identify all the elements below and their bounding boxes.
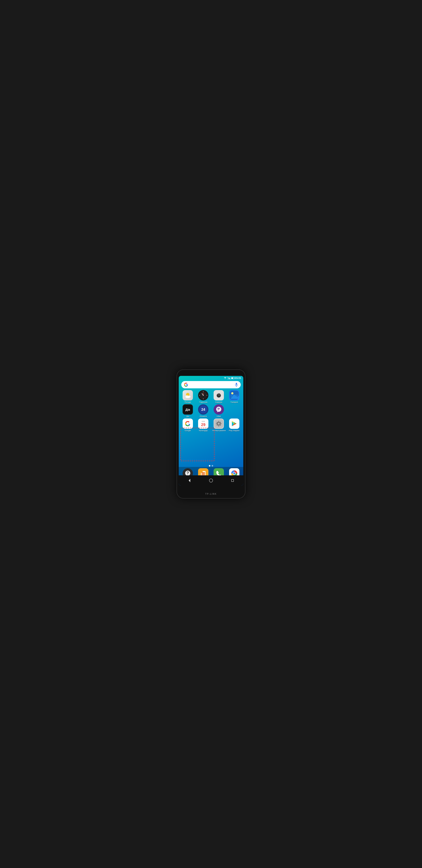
status-time: 15:01 <box>235 377 241 379</box>
app-gallery-label: Галерея <box>231 401 238 403</box>
app-calendar[interactable]: SUN 29 Календар <box>196 418 211 432</box>
svg-point-13 <box>203 392 204 392</box>
svg-text:?: ? <box>187 471 189 475</box>
app-calendar-label: Календар <box>199 430 208 432</box>
app-settings-label: Налаштування <box>212 430 225 432</box>
home-button[interactable] <box>208 477 214 484</box>
svg-point-70 <box>233 472 235 474</box>
app-weather-label: Погода <box>184 401 191 403</box>
app-settings[interactable]: Налаштування <box>211 418 226 432</box>
app-google[interactable]: Google <box>180 418 195 432</box>
phone-screen: 15:01 <box>179 376 243 486</box>
wifi-icon <box>224 377 227 379</box>
svg-point-10 <box>186 396 190 398</box>
svg-point-16 <box>207 395 207 396</box>
svg-text:SUN: SUN <box>202 421 205 422</box>
google-icon <box>183 418 193 429</box>
svg-rect-4 <box>236 383 237 385</box>
app-google-label: Google <box>184 430 191 432</box>
svg-rect-49 <box>216 423 217 424</box>
privat24-icon: 24 <box>198 404 208 414</box>
dot-2 <box>212 465 213 466</box>
gallery-icon <box>229 390 239 400</box>
svg-point-15 <box>200 395 200 396</box>
app-gallery[interactable]: Галерея <box>227 390 242 403</box>
app-row-3: Google SUN 29 Календар <box>180 418 242 432</box>
settings-icon <box>214 418 224 429</box>
app-privat24-label: Privat24 <box>200 415 207 417</box>
nav-bar <box>179 475 243 486</box>
svg-rect-47 <box>218 421 219 422</box>
page-dots <box>179 464 243 467</box>
play-icon <box>229 418 239 429</box>
svg-rect-50 <box>220 423 221 424</box>
recents-button[interactable] <box>229 477 236 484</box>
app-empty-row2 <box>227 404 242 417</box>
svg-text:24: 24 <box>201 408 205 411</box>
dot-1 <box>209 465 210 466</box>
app-diia[interactable]: Дія Дія <box>180 404 195 417</box>
svg-rect-48 <box>218 425 219 427</box>
svg-rect-0 <box>228 378 228 379</box>
back-button[interactable] <box>186 477 193 484</box>
app-privat24[interactable]: 24 Privat24 <box>196 404 211 417</box>
rows-wrap: Погода <box>179 390 243 464</box>
app-clock[interactable]: Годинник <box>196 390 211 403</box>
viber-icon <box>214 404 224 414</box>
svg-point-37 <box>218 410 218 410</box>
svg-rect-63 <box>202 473 205 474</box>
google-logo <box>184 382 188 387</box>
app-play[interactable]: Play Маркет <box>227 418 242 432</box>
svg-point-24 <box>219 395 220 395</box>
svg-text:29: 29 <box>201 423 205 427</box>
status-bar: 15:01 <box>179 376 243 380</box>
svg-point-14 <box>203 399 204 399</box>
app-viber[interactable]: Viber <box>211 404 226 417</box>
scene: 15:01 <box>166 341 256 527</box>
clock-icon <box>198 390 208 400</box>
app-row-2: Дія Дія 24 <box>180 404 242 417</box>
svg-text:Дія: Дія <box>185 408 190 411</box>
mic-icon <box>235 382 238 387</box>
weather-icon <box>183 390 193 400</box>
app-grid-main: Погода <box>179 390 243 486</box>
svg-point-19 <box>203 395 204 396</box>
app-camera[interactable]: Камера <box>211 390 226 403</box>
svg-rect-64 <box>202 474 205 475</box>
empty-icon <box>229 404 239 414</box>
svg-rect-25 <box>217 394 218 394</box>
svg-rect-73 <box>232 479 234 482</box>
battery-icon <box>231 377 235 379</box>
app-play-label: Play Маркет <box>229 430 240 432</box>
app-weather[interactable]: Погода <box>180 390 195 403</box>
svg-rect-39 <box>188 423 190 424</box>
diia-icon: Дія <box>183 404 193 414</box>
svg-rect-62 <box>202 472 205 473</box>
signal-icon <box>228 377 230 379</box>
app-clock-label: Годинник <box>199 401 207 403</box>
camera-icon <box>214 390 224 400</box>
app-viber-label: Viber <box>217 415 221 417</box>
svg-point-72 <box>209 479 213 482</box>
app-row-1: Погода <box>180 390 242 403</box>
search-bar[interactable] <box>181 381 241 389</box>
svg-marker-71 <box>189 479 190 482</box>
app-diia-label: Дія <box>186 415 189 417</box>
phone-body: 15:01 <box>177 369 245 499</box>
svg-point-46 <box>218 423 220 425</box>
status-icons: 15:01 <box>224 377 241 379</box>
phone-brand: TP-LINK <box>205 493 217 495</box>
svg-point-30 <box>232 393 233 394</box>
calendar-icon: SUN 29 <box>198 418 208 429</box>
app-camera-label: Камера <box>215 401 222 403</box>
